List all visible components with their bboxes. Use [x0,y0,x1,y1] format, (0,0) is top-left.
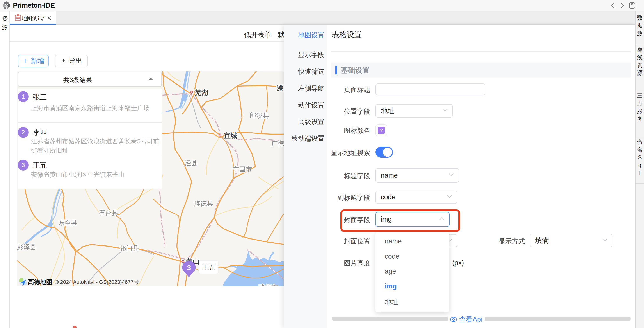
svg-text:建德市: 建德市 [258,284,278,286]
svg-text:旌德县: 旌德县 [194,200,213,207]
svg-text:宣城: 宣城 [224,132,237,139]
svg-text:东至县: 东至县 [58,219,78,226]
svg-text:宁国市: 宁国市 [233,166,252,173]
svg-text:3: 3 [187,263,191,272]
svg-text:泾县: 泾县 [185,159,198,167]
svg-text:王五: 王五 [202,264,215,271]
svg-text:溧阳: 溧阳 [277,84,284,92]
svg-text:芜湖: 芜湖 [195,89,208,96]
svg-text:祁门县: 祁门县 [120,245,139,252]
svg-text:石台县: 石台县 [99,209,118,216]
svg-text:郎溪县: 郎溪县 [250,112,269,119]
svg-text:彭泽县: 彭泽县 [17,243,36,250]
svg-text:高德地图: 高德地图 [28,279,52,285]
svg-text:© 2024 AutoNavi - GS(2023)4677: © 2024 AutoNavi - GS(2023)4677号 [55,279,139,285]
svg-text:广德市: 广德市 [271,140,284,147]
